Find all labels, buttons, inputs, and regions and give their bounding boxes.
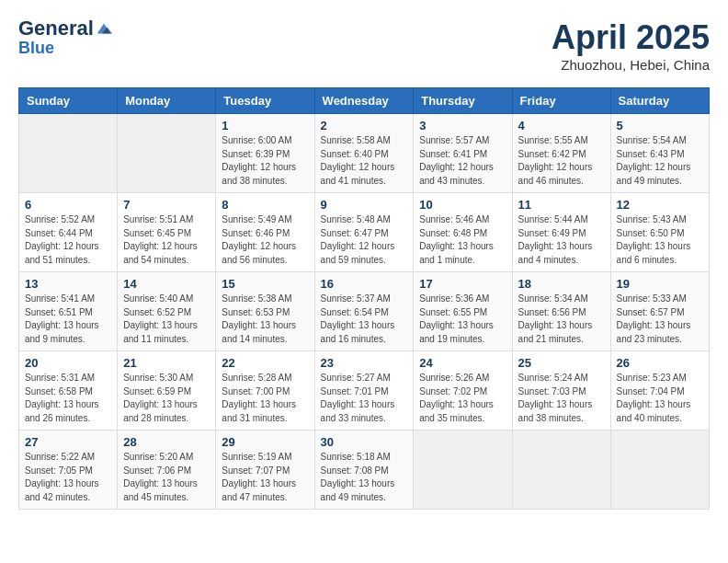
calendar-week-row: 6Sunrise: 5:52 AM Sunset: 6:44 PM Daylig… [19, 193, 710, 272]
day-number: 4 [518, 119, 605, 132]
day-info: Sunrise: 5:18 AM Sunset: 7:08 PM Dayligh… [321, 451, 408, 504]
calendar-cell: 28Sunrise: 5:20 AM Sunset: 7:06 PM Dayli… [118, 431, 216, 510]
day-info: Sunrise: 5:51 AM Sunset: 6:45 PM Dayligh… [123, 213, 210, 267]
day-info: Sunrise: 5:22 AM Sunset: 7:05 PM Dayligh… [25, 451, 111, 504]
day-info: Sunrise: 5:52 AM Sunset: 6:44 PM Dayligh… [25, 213, 111, 267]
weekday-header-friday: Friday [512, 88, 610, 114]
weekday-header-saturday: Saturday [610, 88, 709, 114]
calendar-cell: 23Sunrise: 5:27 AM Sunset: 7:01 PM Dayli… [314, 351, 414, 431]
calendar-week-row: 20Sunrise: 5:31 AM Sunset: 6:58 PM Dayli… [19, 351, 710, 431]
calendar-cell [414, 431, 512, 510]
calendar-cell: 20Sunrise: 5:31 AM Sunset: 6:58 PM Dayli… [19, 351, 118, 431]
logo: General Blue [18, 18, 112, 58]
day-info: Sunrise: 5:28 AM Sunset: 7:00 PM Dayligh… [222, 372, 308, 425]
day-number: 21 [123, 356, 210, 370]
calendar-cell: 27Sunrise: 5:22 AM Sunset: 7:05 PM Dayli… [19, 431, 118, 510]
day-number: 3 [419, 119, 506, 132]
calendar-cell: 3Sunrise: 5:57 AM Sunset: 6:41 PM Daylig… [414, 114, 512, 193]
day-number: 16 [321, 277, 408, 291]
weekday-header-thursday: Thursday [414, 88, 512, 114]
logo-blue-text: Blue [18, 39, 54, 58]
calendar-cell: 4Sunrise: 5:55 AM Sunset: 6:42 PM Daylig… [512, 114, 610, 193]
day-info: Sunrise: 5:30 AM Sunset: 6:59 PM Dayligh… [123, 372, 210, 425]
day-info: Sunrise: 6:00 AM Sunset: 6:39 PM Dayligh… [222, 134, 308, 188]
day-info: Sunrise: 5:27 AM Sunset: 7:01 PM Dayligh… [321, 372, 408, 425]
calendar-cell [512, 431, 610, 510]
page-header: General Blue April 2025 Zhuozhou, Hebei,… [18, 18, 710, 73]
day-info: Sunrise: 5:57 AM Sunset: 6:41 PM Dayligh… [419, 134, 506, 188]
calendar-cell: 8Sunrise: 5:49 AM Sunset: 6:46 PM Daylig… [216, 193, 314, 272]
logo-general-text: General [18, 18, 94, 39]
calendar-cell [610, 431, 709, 510]
day-number: 18 [518, 277, 605, 291]
month-title: April 2025 [552, 18, 710, 57]
day-number: 7 [123, 198, 210, 212]
calendar-cell: 26Sunrise: 5:23 AM Sunset: 7:04 PM Dayli… [610, 351, 709, 431]
day-info: Sunrise: 5:23 AM Sunset: 7:04 PM Dayligh… [617, 372, 703, 425]
day-info: Sunrise: 5:36 AM Sunset: 6:55 PM Dayligh… [419, 293, 506, 346]
day-info: Sunrise: 5:41 AM Sunset: 6:51 PM Dayligh… [25, 293, 111, 346]
calendar-cell: 5Sunrise: 5:54 AM Sunset: 6:43 PM Daylig… [610, 114, 709, 193]
day-info: Sunrise: 5:26 AM Sunset: 7:02 PM Dayligh… [419, 372, 506, 425]
calendar-cell [19, 114, 118, 193]
calendar-cell: 18Sunrise: 5:34 AM Sunset: 6:56 PM Dayli… [512, 272, 610, 351]
location: Zhuozhou, Hebei, China [552, 57, 710, 73]
calendar-cell: 10Sunrise: 5:46 AM Sunset: 6:48 PM Dayli… [414, 193, 512, 272]
calendar-cell: 19Sunrise: 5:33 AM Sunset: 6:57 PM Dayli… [610, 272, 709, 351]
calendar-week-row: 1Sunrise: 6:00 AM Sunset: 6:39 PM Daylig… [19, 114, 710, 193]
calendar-header-row: SundayMondayTuesdayWednesdayThursdayFrid… [19, 88, 710, 114]
logo-icon [96, 20, 112, 37]
day-number: 11 [518, 198, 605, 212]
calendar-cell: 11Sunrise: 5:44 AM Sunset: 6:49 PM Dayli… [512, 193, 610, 272]
day-info: Sunrise: 5:38 AM Sunset: 6:53 PM Dayligh… [222, 293, 308, 346]
day-info: Sunrise: 5:43 AM Sunset: 6:50 PM Dayligh… [617, 213, 703, 267]
day-info: Sunrise: 5:55 AM Sunset: 6:42 PM Dayligh… [518, 134, 605, 188]
calendar-cell: 22Sunrise: 5:28 AM Sunset: 7:00 PM Dayli… [216, 351, 314, 431]
calendar-cell: 9Sunrise: 5:48 AM Sunset: 6:47 PM Daylig… [314, 193, 414, 272]
calendar-cell: 25Sunrise: 5:24 AM Sunset: 7:03 PM Dayli… [512, 351, 610, 431]
day-number: 12 [617, 198, 703, 212]
calendar-cell: 13Sunrise: 5:41 AM Sunset: 6:51 PM Dayli… [19, 272, 118, 351]
day-info: Sunrise: 5:24 AM Sunset: 7:03 PM Dayligh… [518, 372, 605, 425]
weekday-header-monday: Monday [118, 88, 216, 114]
day-number: 30 [321, 435, 408, 449]
day-number: 22 [222, 356, 308, 370]
day-number: 20 [25, 356, 111, 370]
weekday-header-tuesday: Tuesday [216, 88, 314, 114]
calendar-cell: 12Sunrise: 5:43 AM Sunset: 6:50 PM Dayli… [610, 193, 709, 272]
weekday-header-sunday: Sunday [19, 88, 118, 114]
day-number: 9 [321, 198, 408, 212]
day-number: 27 [25, 435, 111, 449]
calendar-week-row: 13Sunrise: 5:41 AM Sunset: 6:51 PM Dayli… [19, 272, 710, 351]
day-info: Sunrise: 5:40 AM Sunset: 6:52 PM Dayligh… [123, 293, 210, 346]
day-number: 13 [25, 277, 111, 291]
day-info: Sunrise: 5:34 AM Sunset: 6:56 PM Dayligh… [518, 293, 605, 346]
calendar-cell: 15Sunrise: 5:38 AM Sunset: 6:53 PM Dayli… [216, 272, 314, 351]
day-info: Sunrise: 5:54 AM Sunset: 6:43 PM Dayligh… [617, 134, 703, 188]
calendar-cell: 17Sunrise: 5:36 AM Sunset: 6:55 PM Dayli… [414, 272, 512, 351]
day-number: 29 [222, 435, 308, 449]
calendar-cell: 6Sunrise: 5:52 AM Sunset: 6:44 PM Daylig… [19, 193, 118, 272]
day-number: 23 [321, 356, 408, 370]
day-number: 24 [419, 356, 506, 370]
day-info: Sunrise: 5:48 AM Sunset: 6:47 PM Dayligh… [321, 213, 408, 267]
calendar-cell: 1Sunrise: 6:00 AM Sunset: 6:39 PM Daylig… [216, 114, 314, 193]
day-number: 5 [617, 119, 703, 132]
day-number: 25 [518, 356, 605, 370]
day-number: 26 [617, 356, 703, 370]
day-number: 2 [321, 119, 408, 132]
day-info: Sunrise: 5:31 AM Sunset: 6:58 PM Dayligh… [25, 372, 111, 425]
day-number: 17 [419, 277, 506, 291]
calendar-cell: 24Sunrise: 5:26 AM Sunset: 7:02 PM Dayli… [414, 351, 512, 431]
day-info: Sunrise: 5:19 AM Sunset: 7:07 PM Dayligh… [222, 451, 308, 504]
day-info: Sunrise: 5:58 AM Sunset: 6:40 PM Dayligh… [321, 134, 408, 188]
day-number: 14 [123, 277, 210, 291]
calendar-cell: 2Sunrise: 5:58 AM Sunset: 6:40 PM Daylig… [314, 114, 414, 193]
day-info: Sunrise: 5:33 AM Sunset: 6:57 PM Dayligh… [617, 293, 703, 346]
day-number: 1 [222, 119, 308, 132]
day-number: 19 [617, 277, 703, 291]
day-info: Sunrise: 5:20 AM Sunset: 7:06 PM Dayligh… [123, 451, 210, 504]
day-info: Sunrise: 5:46 AM Sunset: 6:48 PM Dayligh… [419, 213, 506, 267]
day-number: 10 [419, 198, 506, 212]
day-number: 8 [222, 198, 308, 212]
